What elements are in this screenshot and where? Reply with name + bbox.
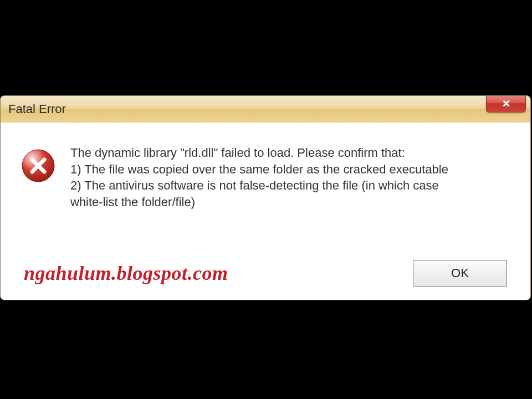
watermark-text: ngahulum.blogspot.com bbox=[24, 262, 228, 285]
dialog-title: Fatal Error bbox=[8, 102, 66, 116]
close-icon: ✕ bbox=[502, 98, 510, 110]
message-point-2: 2) The antivirus software is not false-d… bbox=[70, 177, 510, 194]
error-message: The dynamic library "rld.dll" failed to … bbox=[70, 145, 510, 211]
close-button[interactable]: ✕ bbox=[486, 95, 526, 112]
message-point-1: 1) The file was copied over the same fol… bbox=[70, 161, 510, 178]
titlebar[interactable]: Fatal Error ✕ bbox=[1, 96, 530, 122]
error-dialog: Fatal Error ✕ bbox=[0, 95, 531, 300]
ok-button[interactable]: OK bbox=[413, 260, 507, 287]
message-intro: The dynamic library "rld.dll" failed to … bbox=[70, 145, 510, 161]
bottom-bar: ngahulum.blogspot.com OK bbox=[1, 260, 530, 287]
content-area: The dynamic library "rld.dll" failed to … bbox=[1, 122, 530, 211]
message-point-2b: white-list the folder/file) bbox=[70, 194, 510, 211]
error-icon bbox=[21, 148, 56, 183]
